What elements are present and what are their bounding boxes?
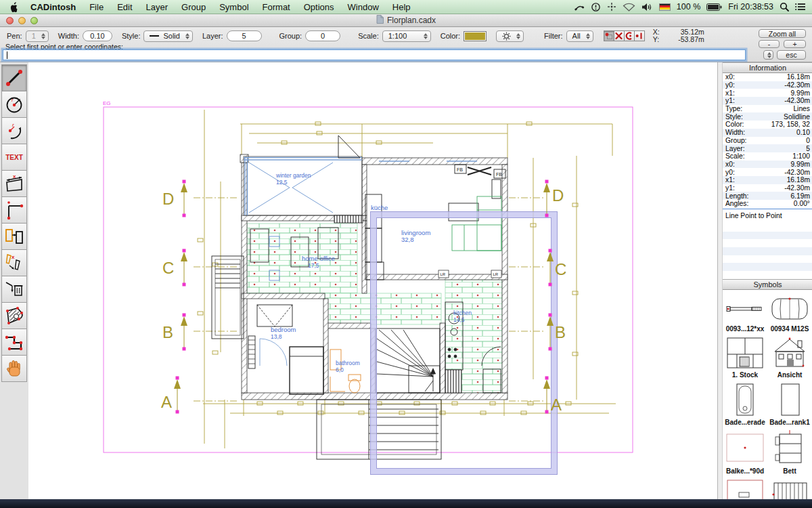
layer-label: Layer: <box>202 32 223 40</box>
style-label: Style: <box>122 32 141 40</box>
svg-text:A: A <box>551 396 562 414</box>
symbol-item[interactable]: 0093...12*xx <box>723 291 767 333</box>
zoom-button[interactable] <box>30 17 38 24</box>
group-field[interactable]: 0 <box>305 30 340 41</box>
filter-popup[interactable]: All <box>566 30 593 42</box>
menu-symbol[interactable]: Symbol <box>212 0 255 14</box>
german-flag-icon[interactable] <box>659 3 671 11</box>
info-row: Scale:1:100 <box>723 152 812 161</box>
svg-text:14,5: 14,5 <box>453 316 465 323</box>
info-row: Style:Solidline <box>723 112 812 121</box>
app-menu[interactable]: CADintosh <box>24 2 83 12</box>
menu-help[interactable]: Help <box>386 0 418 14</box>
width-label: Width: <box>58 32 79 40</box>
wifi-icon[interactable] <box>623 3 635 12</box>
modify-tool[interactable]: x <box>1 249 27 276</box>
text-tool[interactable]: TEXT <box>1 144 27 171</box>
svg-text:x: x <box>12 254 15 260</box>
snap-off-toggle[interactable] <box>614 30 625 41</box>
svg-text:x: x <box>13 173 16 179</box>
info-row: x1:9.99m <box>723 89 812 97</box>
gear-popup[interactable] <box>496 30 524 42</box>
exterior-stairs <box>212 256 244 339</box>
delete-tool[interactable] <box>1 276 27 303</box>
zoom-out-button[interactable]: - <box>759 40 780 48</box>
symbol-item[interactable]: Bett <box>767 426 812 475</box>
zoom-all-button[interactable]: Zoom all <box>759 29 806 38</box>
copy-icon <box>4 226 24 247</box>
snap-arc-toggle[interactable] <box>624 30 635 41</box>
color-swatch[interactable] <box>464 31 487 41</box>
symbol-item[interactable]: Balke...*90d <box>723 426 767 475</box>
apple-icon <box>9 2 18 12</box>
pen-popup[interactable]: 1 <box>26 30 49 42</box>
svg-text:LR: LR <box>493 272 499 276</box>
width-field[interactable]: 0.10 <box>83 30 112 41</box>
bluetooth-icon[interactable] <box>607 2 616 12</box>
bed <box>290 347 323 394</box>
snap-end-toggle[interactable] <box>634 30 645 41</box>
menu-options[interactable]: Options <box>297 0 341 14</box>
hatch-icon <box>4 305 24 326</box>
symbol-item[interactable]: 00934 M12S <box>767 291 812 333</box>
window-title: Florplan.cadx <box>387 16 436 25</box>
stairs <box>376 329 440 393</box>
text-icon: TEXT <box>3 147 26 167</box>
layer-field[interactable]: 5 <box>227 30 262 41</box>
arc-tool[interactable]: r <box>1 117 27 144</box>
dimension-tool[interactable]: x <box>1 170 27 197</box>
history-stepper[interactable] <box>763 50 773 60</box>
style-popup[interactable]: Solid <box>143 30 192 42</box>
zoom-in-button[interactable]: + <box>784 40 806 48</box>
text-caret <box>7 51 7 59</box>
symbol-item[interactable]: Ansicht <box>767 333 812 379</box>
copy-tool[interactable] <box>1 223 27 250</box>
esc-button[interactable]: esc <box>777 50 806 60</box>
ortho-line-tool[interactable] <box>1 196 27 224</box>
info-row: Layer:5 <box>723 144 812 152</box>
menu-layer[interactable]: Layer <box>139 0 175 14</box>
notification-list-icon[interactable] <box>795 3 805 11</box>
panel-scrollbar[interactable] <box>718 62 723 499</box>
symbol-item[interactable]: Carport D <box>767 475 812 499</box>
polyline-tool[interactable] <box>1 329 27 356</box>
svg-text:13,8: 13,8 <box>271 333 282 340</box>
title-bar[interactable]: Florplan.cadx <box>0 14 812 27</box>
menu-clock[interactable]: Fri 20:38:53 <box>728 2 773 12</box>
volume-icon[interactable] <box>641 3 653 12</box>
section-left-C: C <box>162 249 187 287</box>
menu-group[interactable]: Group <box>175 0 212 14</box>
circle-icon: r <box>4 94 24 114</box>
pan-tool[interactable] <box>1 355 27 382</box>
scale-popup[interactable]: 1:100 <box>382 30 431 42</box>
menu-edit[interactable]: Edit <box>110 0 139 14</box>
room-bedroom: bedroom <box>271 326 296 333</box>
symbol-item[interactable]: Bade...erade <box>723 379 767 426</box>
phone-icon[interactable] <box>574 2 585 12</box>
snap-point-toggle[interactable] <box>604 30 614 41</box>
minimize-button[interactable] <box>18 17 26 24</box>
battery-icon[interactable] <box>706 3 722 11</box>
screen: CADintosh File Edit Layer Group Symbol F… <box>0 0 812 508</box>
apple-menu[interactable] <box>0 2 24 12</box>
info-row: Angles:0.00° <box>723 200 812 208</box>
sync-alert-icon[interactable] <box>591 2 601 12</box>
menu-format[interactable]: Format <box>256 0 297 14</box>
bath-fixtures <box>330 350 361 393</box>
spotlight-icon[interactable] <box>780 2 789 12</box>
svg-text:B: B <box>555 323 566 341</box>
circle-tool[interactable]: r <box>1 91 27 118</box>
command-input[interactable] <box>3 49 746 60</box>
menu-file[interactable]: File <box>83 0 110 14</box>
hatch-tool[interactable] <box>1 302 27 329</box>
symbol-item[interactable]: Bade...rank1 <box>767 379 812 426</box>
symbol-item[interactable]: 1. Stock <box>723 333 767 379</box>
menu-window[interactable]: Window <box>341 0 386 14</box>
dock-edge <box>0 499 812 508</box>
info-row: x0:9.99m <box>723 161 812 169</box>
close-button[interactable] <box>6 17 14 24</box>
symbol-item[interactable]: Bett 1.5 2 <box>723 475 767 499</box>
drawing-canvas[interactable]: EG <box>28 62 717 499</box>
fixture-tags: FBFB LR LR <box>438 167 502 278</box>
line-tool[interactable] <box>1 64 27 91</box>
